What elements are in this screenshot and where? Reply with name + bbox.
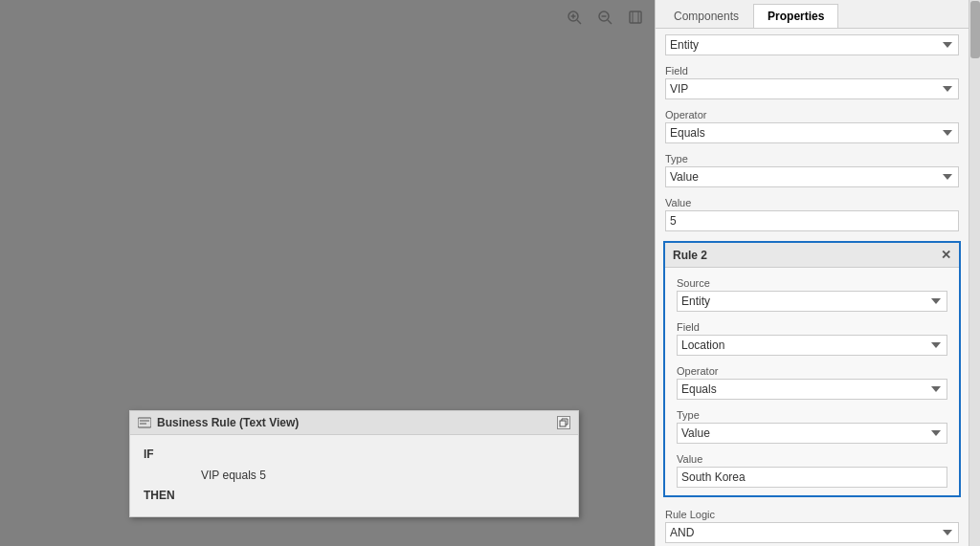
- rule2-box: Rule 2 ✕ Source Entity Field Location: [663, 241, 961, 497]
- then-label: THEN: [144, 486, 182, 507]
- rule1-field-section: Field VIP: [656, 59, 969, 103]
- rule2-source-section: Source Entity: [667, 272, 957, 316]
- zoom-in-icon[interactable]: [565, 8, 584, 27]
- rule2-title: Rule 2: [673, 249, 707, 262]
- rule-icon: [138, 417, 151, 428]
- rule2-value-input[interactable]: [677, 467, 947, 488]
- rule-logic-section: Rule Logic AND OR: [656, 503, 969, 546]
- rule2-close-button[interactable]: ✕: [941, 248, 951, 262]
- scrollbar-thumb[interactable]: [970, 1, 980, 58]
- rule1-entity-select[interactable]: Entity: [665, 34, 959, 55]
- rule2-header: Rule 2 ✕: [665, 243, 959, 268]
- text-view-body: IF VIP equals 5 THEN: [130, 435, 578, 516]
- rule1-value-input[interactable]: [665, 210, 959, 231]
- rule-logic-label: Rule Logic: [665, 509, 959, 520]
- rule2-body: Source Entity Field Location Operator: [665, 268, 959, 495]
- rule2-operator-section: Operator Equals: [667, 360, 957, 404]
- tab-properties[interactable]: Properties: [753, 4, 838, 28]
- rule-logic-select[interactable]: AND OR: [665, 522, 959, 543]
- svg-line-1: [577, 20, 581, 24]
- zoom-out-icon[interactable]: [595, 8, 614, 27]
- rule1-operator-select[interactable]: Equals: [665, 122, 959, 143]
- right-panel: Components Properties Entity Field VIP O…: [655, 0, 980, 546]
- rule1-type-select[interactable]: Value: [665, 166, 959, 187]
- if-content: VIP equals 5: [201, 469, 266, 482]
- rule2-source-select[interactable]: Entity: [677, 291, 947, 312]
- svg-rect-10: [138, 418, 151, 427]
- rule2-type-label: Type: [677, 409, 947, 421]
- fit-icon[interactable]: [626, 8, 645, 27]
- rule2-value-label: Value: [677, 453, 947, 465]
- restore-button[interactable]: [557, 416, 570, 429]
- text-view-title: Business Rule (Text View): [138, 416, 299, 429]
- rule1-type-section: Type Value: [656, 147, 969, 191]
- rule2-source-label: Source: [677, 277, 947, 289]
- text-view-header: Business Rule (Text View): [130, 411, 578, 435]
- rule2-operator-label: Operator: [677, 365, 947, 377]
- rule1-field-select[interactable]: VIP: [665, 78, 959, 99]
- rule2-operator-select[interactable]: Equals: [677, 379, 947, 400]
- panel-tabs: Components Properties: [656, 0, 969, 29]
- canvas-toolbar: [565, 8, 645, 27]
- rule1-value-section: Value: [656, 191, 969, 235]
- rule2-field-label: Field: [677, 321, 947, 333]
- rule1-type-label: Type: [665, 153, 959, 164]
- canvas-area: Business Rule (Text View) IF VIP equals …: [0, 0, 655, 546]
- rule2-field-section: Field Location: [667, 316, 957, 360]
- rule1-operator-label: Operator: [665, 109, 959, 120]
- scrollbar[interactable]: [969, 0, 980, 546]
- rule1-value-label: Value: [665, 197, 959, 208]
- rule1-operator-section: Operator Equals: [656, 103, 969, 147]
- svg-rect-13: [560, 421, 566, 426]
- text-view-window: Business Rule (Text View) IF VIP equals …: [129, 410, 579, 517]
- svg-line-5: [608, 20, 612, 24]
- right-panel-inner: Components Properties Entity Field VIP O…: [656, 0, 980, 546]
- rule1-field-label: Field: [665, 65, 959, 76]
- rule2-value-section: Value: [667, 448, 957, 491]
- rule2-field-select[interactable]: Location: [677, 335, 947, 356]
- if-label: IF: [144, 445, 182, 466]
- tab-components[interactable]: Components: [659, 4, 753, 28]
- svg-rect-7: [630, 11, 641, 23]
- rule2-type-section: Type Value: [667, 404, 957, 448]
- rule1-entity-section: Entity: [656, 29, 969, 59]
- rule2-type-select[interactable]: Value: [677, 423, 947, 444]
